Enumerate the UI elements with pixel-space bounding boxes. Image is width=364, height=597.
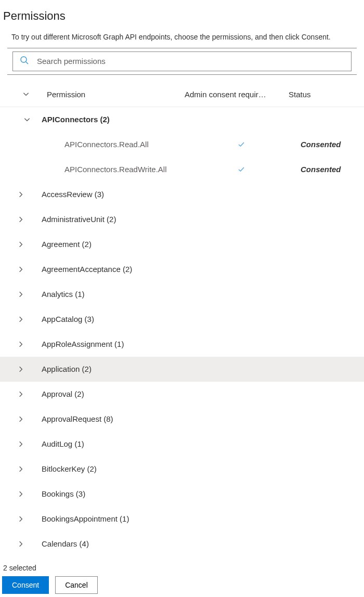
permission-status: Consented	[293, 140, 364, 149]
check-icon	[189, 141, 293, 148]
selection-count: 2 selected	[3, 564, 362, 572]
column-header-status[interactable]: Status	[289, 90, 359, 99]
permission-group[interactable]: AgreementAcceptance (2)	[0, 257, 364, 282]
column-header-admin[interactable]: Admin consent requir…	[185, 90, 289, 99]
permission-group[interactable]: ApprovalRequest (8)	[0, 407, 364, 432]
chevron-right-icon[interactable]	[0, 191, 42, 198]
group-label: AdministrativeUnit (2)	[42, 215, 179, 224]
chevron-right-icon[interactable]	[0, 341, 42, 348]
chevron-right-icon[interactable]	[0, 391, 42, 398]
permission-group[interactable]: BitlockerKey (2)	[0, 457, 364, 482]
chevron-right-icon[interactable]	[0, 465, 42, 473]
table-header: Permission Admin consent requir… Status	[0, 82, 364, 107]
chevron-right-icon[interactable]	[0, 266, 42, 273]
group-label: AppCatalog (3)	[42, 315, 179, 323]
permission-row[interactable]: APIConnectors.Read.AllConsented	[0, 132, 364, 157]
footer-buttons: Consent Cancel	[2, 576, 362, 594]
permission-group[interactable]: Application (2)	[0, 357, 364, 382]
permission-group[interactable]: Bookings (3)	[0, 482, 364, 507]
chevron-right-icon[interactable]	[0, 316, 42, 323]
chevron-right-icon[interactable]	[0, 490, 42, 498]
permission-group[interactable]: Approval (2)	[0, 382, 364, 407]
permissions-panel: Permissions To try out different Microso…	[0, 0, 364, 549]
permission-row[interactable]: APIConnectors.ReadWrite.AllConsented	[0, 157, 364, 182]
search-section	[7, 48, 357, 75]
group-label: AccessReview (3)	[42, 190, 179, 199]
search-box[interactable]	[12, 51, 352, 71]
group-label: AppRoleAssignment (1)	[42, 340, 179, 348]
chevron-down-icon[interactable]	[12, 116, 42, 123]
chevron-right-icon[interactable]	[0, 515, 42, 523]
svg-point-0	[21, 57, 27, 62]
permission-group[interactable]: Calendars (4)	[0, 531, 364, 549]
search-icon	[19, 55, 30, 67]
chevron-right-icon[interactable]	[0, 440, 42, 448]
chevron-right-icon[interactable]	[0, 416, 42, 423]
group-label: Analytics (1)	[42, 290, 179, 298]
group-label: ApprovalRequest (8)	[42, 414, 179, 423]
chevron-right-icon[interactable]	[0, 366, 42, 373]
permission-group[interactable]: BookingsAppointment (1)	[0, 507, 364, 531]
footer: 2 selected Consent Cancel	[0, 564, 364, 594]
search-input[interactable]	[37, 52, 345, 71]
permission-status: Consented	[293, 165, 364, 174]
group-label: AuditLog (1)	[42, 439, 179, 448]
group-label: Agreement (2)	[42, 240, 179, 249]
group-label: Calendars (4)	[42, 539, 179, 548]
group-label: BitlockerKey (2)	[42, 464, 179, 473]
cancel-button[interactable]: Cancel	[55, 576, 98, 594]
permission-group[interactable]: Analytics (1)	[0, 282, 364, 307]
permission-group[interactable]: AccessReview (3)	[0, 182, 364, 207]
column-header-permission[interactable]: Permission	[47, 90, 185, 99]
chevron-right-icon[interactable]	[0, 540, 42, 548]
panel-subtitle: To try out different Microsoft Graph API…	[11, 32, 357, 43]
permissions-list[interactable]: APIConnectors (2)APIConnectors.Read.AllC…	[0, 107, 364, 549]
svg-line-1	[26, 62, 28, 64]
permission-group[interactable]: APIConnectors (2)	[0, 107, 364, 132]
permission-name: APIConnectors.Read.All	[64, 140, 189, 149]
panel-title: Permissions	[3, 9, 364, 23]
chevron-right-icon[interactable]	[0, 216, 42, 223]
group-label: AgreementAcceptance (2)	[42, 265, 179, 274]
permission-group[interactable]: Agreement (2)	[0, 232, 364, 257]
group-label: Bookings (3)	[42, 489, 179, 498]
permission-group[interactable]: AdministrativeUnit (2)	[0, 207, 364, 232]
permission-group[interactable]: AppCatalog (3)	[0, 307, 364, 332]
collapse-all-icon[interactable]	[5, 90, 47, 98]
permission-group[interactable]: AuditLog (1)	[0, 432, 364, 457]
group-label: Approval (2)	[42, 390, 179, 398]
chevron-right-icon[interactable]	[0, 291, 42, 298]
consent-button[interactable]: Consent	[2, 576, 49, 594]
group-label: Application (2)	[42, 365, 179, 373]
permission-group[interactable]: AppRoleAssignment (1)	[0, 332, 364, 357]
group-label: APIConnectors (2)	[42, 115, 179, 124]
group-label: BookingsAppointment (1)	[42, 514, 179, 523]
permission-name: APIConnectors.ReadWrite.All	[64, 165, 189, 174]
chevron-right-icon[interactable]	[0, 241, 42, 248]
check-icon	[189, 166, 293, 173]
